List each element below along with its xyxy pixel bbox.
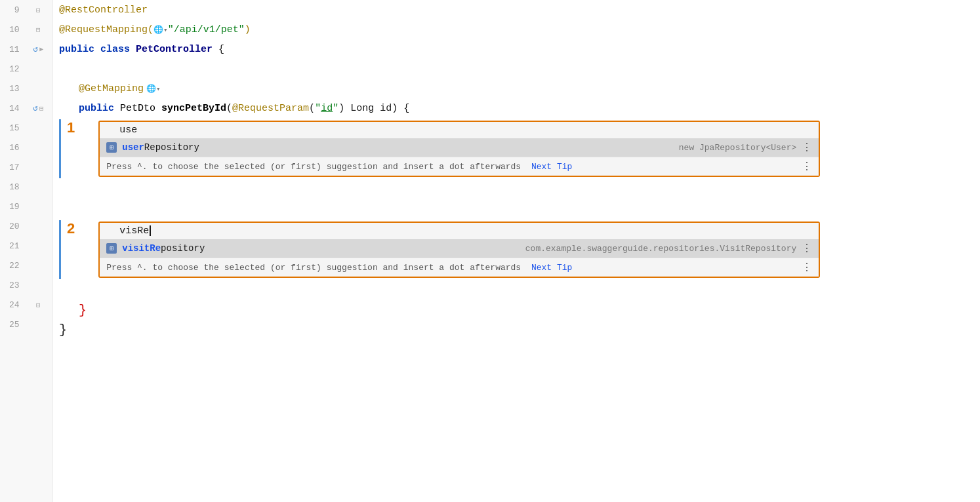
kw-public-11: public [59, 44, 100, 55]
fold-icon-24: ⊟ [36, 301, 41, 309]
code-line-10: @RequestMapping(🌐▾"/api/v1/pet") [59, 20, 980, 39]
autocomplete-item-hint-2: com.example.swaggerguide.repositories.Vi… [525, 244, 796, 254]
mapping-path: "/api/v1/pet" [168, 24, 245, 35]
gutter-row-21: 21 [0, 236, 52, 256]
line-num-9: 9 [0, 5, 25, 15]
annotation-request-mapping: @RequestMapping( [59, 24, 153, 35]
code-line-9: @RestController [59, 0, 980, 20]
method-name: syncPetById [161, 103, 226, 114]
text-cursor [150, 225, 151, 236]
gutter-row-20: 20 [0, 216, 52, 236]
tip-text-2: Press ^. to choose the selected (or firs… [106, 263, 521, 273]
autocomplete-input-1: use [100, 122, 819, 138]
line-num-11: 11 [0, 45, 25, 54]
run-icon-11[interactable]: ↺ [33, 44, 38, 54]
match-bold-2a: visit [122, 243, 150, 254]
line-num-14: 14 [0, 104, 25, 113]
line-num-20: 20 [0, 222, 25, 231]
gutter-row-10: 10 ⊟ [0, 20, 52, 39]
code-line-11: public class PetController { [59, 39, 980, 59]
code-line-19 [59, 199, 980, 219]
blue-bar-1 [59, 119, 61, 178]
line-num-17: 17 [0, 163, 25, 172]
code-line-18 [59, 180, 980, 199]
gutter-row-16: 16 [0, 138, 52, 157]
code-line-14: public PetDto syncPetById ( @RequestPara… [59, 98, 980, 118]
globe-icon-10: 🌐 [153, 25, 163, 35]
code-line-23 [59, 280, 980, 300]
repo-icon-2 [106, 243, 117, 254]
more-icon-1[interactable]: ⋮ [802, 141, 812, 154]
gutter-row-25: 25 [0, 315, 52, 334]
gutter-row-17: 17 [0, 157, 52, 177]
match-rest-2: pository [161, 243, 205, 254]
line-num-24: 24 [0, 300, 25, 310]
dropdown-arrow-13: ▾ [156, 85, 161, 93]
closing-brace-class: } [59, 322, 67, 338]
gutter-row-22: 22 [0, 256, 52, 275]
blue-bar-2 [59, 220, 61, 279]
dropdown-arrow-10: ▾ [163, 26, 168, 34]
gutter-icons-14: ↺ ⊟ [25, 103, 52, 113]
line-num-18: 18 [0, 182, 25, 192]
closing-brace-method: } [79, 303, 87, 318]
line-num-23: 23 [0, 280, 25, 290]
gutter-row-19: 19 [0, 197, 52, 216]
annotation-get-mapping: @GetMapping [79, 83, 144, 94]
badge-1: 1 [67, 119, 75, 136]
class-name: PetController [136, 44, 213, 55]
gutter-icons-9: ⊟ [25, 6, 52, 14]
more-icon-tip-2[interactable]: ⋮ [802, 261, 812, 274]
autocomplete-selected-2[interactable]: visitRepository com.example.swaggerguide… [100, 239, 819, 258]
code-line-25: } [59, 320, 980, 339]
next-tip-link-2[interactable]: Next Tip [531, 263, 572, 273]
gutter-row-13: 13 [0, 79, 52, 98]
line-num-15: 15 [0, 123, 25, 133]
annotation-param: @RequestParam [232, 103, 309, 114]
autocomplete-popup-1: use userRepository new JpaRepository<Use… [98, 121, 820, 177]
match-bold-1: user [122, 142, 144, 153]
autocomplete-selected-1[interactable]: userRepository new JpaRepository<User> ⋮ [100, 138, 819, 157]
kw-class: class [100, 44, 136, 55]
badge-2: 2 [67, 220, 75, 237]
match-rest-1: Repository [144, 142, 199, 153]
return-type: PetDto [120, 103, 161, 114]
autocomplete-block-1: 1 use userRepository new JpaRepository<U… [59, 119, 980, 178]
typed-text-1: use [106, 125, 137, 136]
line-num-22: 22 [0, 261, 25, 271]
code-content[interactable]: @RestController @RequestMapping(🌐▾"/api/… [52, 0, 980, 502]
run-icon-14[interactable]: ↺ [33, 103, 38, 113]
gutter-row-14: 14 ↺ ⊟ [0, 98, 52, 118]
annotation-rest-controller: @RestController [59, 5, 148, 16]
line-num-12: 12 [0, 64, 25, 74]
line-num-13: 13 [0, 84, 25, 94]
line-num-19: 19 [0, 202, 25, 212]
gutter-row-23: 23 [0, 275, 52, 295]
gutter-row-24: 24 ⊟ [0, 295, 52, 315]
fold-icon-9: ⊟ [36, 6, 41, 14]
autocomplete-tip-1: Press ^. to choose the selected (or firs… [100, 157, 819, 176]
fold-icon-14: ⊟ [39, 104, 44, 113]
code-editor: 9 ⊟ 10 ⊟ 11 ↺ ▶ 12 13 [0, 0, 980, 502]
line-num-10: 10 [0, 25, 25, 35]
gutter-row-9: 9 ⊟ [0, 0, 52, 20]
more-icon-2[interactable]: ⋮ [802, 242, 812, 255]
gutter-icons-11: ↺ ▶ [25, 44, 52, 54]
kw-public-14: public [79, 103, 120, 114]
globe-icon-13: 🌐 [146, 84, 156, 94]
next-tip-link-1[interactable]: Next Tip [531, 162, 572, 172]
gutter-row-18: 18 [0, 177, 52, 197]
autocomplete-popup-2: visRe visitRepository com.example.swagge… [98, 222, 820, 278]
gutter-row-15: 15 [0, 118, 52, 138]
repo-icon-1 [106, 142, 117, 153]
fold-icon-10: ⊟ [36, 26, 41, 34]
tip-text-1: Press ^. to choose the selected (or firs… [106, 162, 521, 172]
code-line-12 [59, 59, 980, 79]
gutter-icons-10: ⊟ [25, 26, 52, 34]
gutter-row-12: 12 [0, 59, 52, 79]
line-num-25: 25 [0, 320, 25, 330]
autocomplete-tip-2: Press ^. to choose the selected (or firs… [100, 258, 819, 277]
more-icon-tip-1[interactable]: ⋮ [802, 160, 812, 173]
autocomplete-item-hint-1: new JpaRepository<User> [679, 143, 796, 153]
line-num-21: 21 [0, 241, 25, 251]
